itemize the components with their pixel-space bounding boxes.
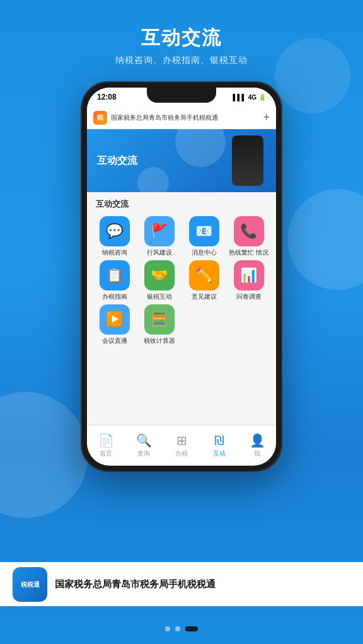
nav-item-首页[interactable]: 📄首页 (87, 433, 125, 458)
icon-grid: 💬纳税咨询🚩行风建设📧消息中心📞热线繁忙 情况📋办税指南🤝银税互动✏️意见建议📊… (87, 214, 276, 350)
banner-cloud-1 (175, 129, 226, 167)
nav-label-首页: 首页 (100, 449, 112, 458)
bg-cloud-top-right (275, 38, 350, 113)
phone-frame: 12:08 ▌▌▌ 4G 🔋 税 国家税务总局青岛市税务局手机税税通 + (81, 81, 282, 472)
grid-label-7: 问卷调查 (236, 293, 262, 301)
grid-item-6[interactable]: ✏️意见建议 (183, 260, 225, 301)
battery-icon: 🔋 (258, 94, 266, 101)
phone-screen: 12:08 ▌▌▌ 4G 🔋 税 国家税务总局青岛市税务局手机税税通 + (87, 88, 276, 466)
grid-label-3: 热线繁忙 情况 (229, 249, 268, 256)
nav-item-我[interactable]: 👤我 (238, 433, 276, 458)
grid-label-5: 银税互动 (147, 293, 172, 301)
grid-label-4: 办税指南 (102, 293, 127, 301)
status-icons: ▌▌▌ 4G 🔋 (233, 94, 266, 101)
app-logo: 税 (93, 111, 107, 125)
nav-icon-查询: 🔍 (136, 433, 152, 448)
nav-label-办税: 办税 (175, 449, 188, 458)
bottom-logo-text: 税税通 (21, 580, 40, 589)
nav-icon-我: 👤 (250, 433, 265, 448)
grid-icon-8: ▶️ (100, 304, 130, 335)
grid-item-1[interactable]: 🚩行风建设 (138, 216, 180, 256)
app-navbar: 税 国家税务总局青岛市税务局手机税税通 + (87, 106, 276, 129)
dot-1 (175, 626, 180, 631)
grid-label-6: 意见建议 (192, 293, 217, 301)
bottom-banner-text: 国家税务总局青岛市税务局手机税税通 (55, 578, 216, 590)
bottom-nav: 📄首页🔍查询⊞办税₪互动👤我 (87, 425, 276, 466)
grid-item-7[interactable]: 📊问卷调查 (228, 260, 270, 301)
phone-notch (147, 88, 216, 103)
grid-icon-0: 💬 (100, 216, 130, 246)
nav-item-办税[interactable]: ⊞办税 (163, 433, 200, 458)
banner-phone-image (232, 135, 263, 186)
nav-label-查询: 查询 (137, 449, 150, 458)
grid-icon-3: 📞 (234, 216, 264, 246)
nav-item-互动[interactable]: ₪互动 (200, 433, 238, 458)
grid-item-8[interactable]: ▶️会议直播 (93, 304, 135, 345)
nav-label-我: 我 (254, 449, 260, 458)
dot-0 (165, 626, 170, 631)
banner-cloud-2 (137, 167, 169, 192)
status-time: 12:08 (97, 93, 117, 101)
banner-text: 互动交流 (97, 154, 137, 168)
grid-label-1: 行风建设 (147, 249, 172, 256)
grid-item-0[interactable]: 💬纳税咨询 (93, 216, 135, 256)
bottom-logo: 税税通 (13, 567, 47, 602)
banner-area: 互动交流 (87, 129, 276, 192)
nav-icon-互动: ₪ (214, 433, 224, 448)
nav-label-互动: 互动 (213, 449, 226, 458)
grid-icon-1: 🚩 (144, 216, 175, 246)
grid-icon-7: 📊 (234, 260, 264, 290)
dots-row (0, 626, 363, 631)
dot-2 (185, 626, 198, 631)
grid-item-9[interactable]: 🧮税收计算器 (138, 304, 180, 345)
grid-icon-5: 🤝 (144, 260, 175, 290)
section-title: 互动交流 (87, 192, 276, 214)
grid-item-2[interactable]: 📧消息中心 (183, 216, 225, 256)
grid-icon-6: ✏️ (189, 260, 219, 290)
grid-item-4[interactable]: 📋办税指南 (93, 260, 135, 301)
nav-item-查询[interactable]: 🔍查询 (125, 433, 163, 458)
grid-item-3[interactable]: 📞热线繁忙 情况 (228, 216, 270, 256)
grid-label-0: 纳税咨询 (102, 249, 127, 256)
nav-icon-办税: ⊞ (176, 433, 187, 448)
grid-icon-2: 📧 (189, 216, 219, 246)
grid-label-9: 税收计算器 (144, 337, 175, 345)
signal-icon: ▌▌▌ (233, 94, 246, 101)
grid-label-8: 会议直播 (102, 337, 127, 345)
grid-icon-9: 🧮 (144, 304, 175, 335)
nav-icon-首页: 📄 (98, 433, 114, 448)
network-icon: 4G (248, 94, 256, 101)
app-logo-text: 税 (97, 113, 103, 122)
bottom-banner: 税税通 国家税务总局青岛市税务局手机税税通 (0, 562, 363, 606)
app-nav-title: 国家税务总局青岛市税务局手机税税通 (111, 113, 259, 122)
app-nav-plus-button[interactable]: + (263, 111, 270, 124)
grid-item-5[interactable]: 🤝银税互动 (138, 260, 180, 301)
grid-icon-4: 📋 (100, 260, 130, 290)
grid-label-2: 消息中心 (192, 249, 217, 256)
